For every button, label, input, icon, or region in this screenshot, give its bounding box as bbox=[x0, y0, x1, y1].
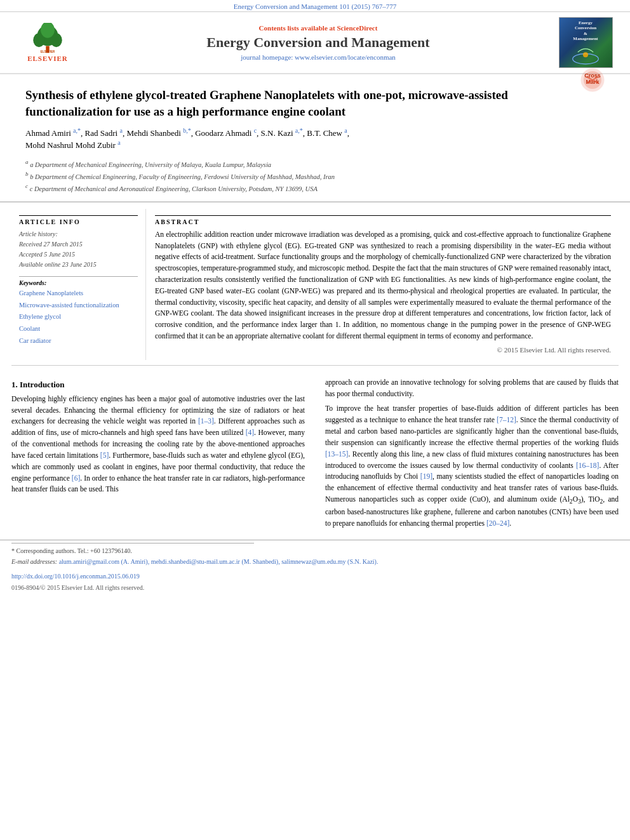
elsevier-logo: ELSEVIER ELSEVIER bbox=[27, 23, 68, 62]
introduction-text-right: approach can provide an innovative techn… bbox=[325, 377, 619, 530]
cover-graphic bbox=[563, 44, 608, 65]
crossmark-badge: Cross Mark bbox=[580, 68, 605, 95]
email-label: E-mail addresses: bbox=[11, 558, 57, 565]
email-addresses: alum.amiri@gmail.com (A. Amiri), mehdi.s… bbox=[59, 558, 379, 565]
keywords-heading: Keywords: bbox=[19, 276, 138, 286]
section-divider bbox=[11, 365, 619, 366]
body-right-column: approach can provide an innovative techn… bbox=[321, 377, 619, 533]
abstract-text: An electrophilic addition reaction under… bbox=[155, 229, 611, 342]
journal-cover-area: EnergyConversion&Management bbox=[554, 17, 617, 68]
publisher-logo-area: ELSEVIER ELSEVIER bbox=[13, 17, 83, 68]
bottom-copyright: 0196-8904/© 2015 Elsevier Ltd. All right… bbox=[0, 583, 630, 597]
introduction-heading: 1. Introduction bbox=[11, 380, 305, 390]
article-info-heading: ARTICLE INFO bbox=[19, 215, 138, 225]
article-info-abstract-section: ARTICLE INFO Article history: Received 2… bbox=[0, 202, 630, 360]
affiliations: a a Department of Mechanical Engineering… bbox=[25, 158, 605, 194]
crossmark-icon: Cross Mark bbox=[580, 68, 605, 92]
body-left-column: 1. Introduction Developing highly effici… bbox=[11, 377, 309, 533]
footnotes-area: * Corresponding authors. Tel.: +60 12379… bbox=[0, 540, 630, 570]
article-title-section: Synthesis of ethylene glycol-treated Gra… bbox=[0, 74, 630, 202]
svg-point-7 bbox=[583, 52, 588, 57]
keyword-4: Coolant bbox=[19, 323, 138, 335]
journal-citation: Energy Conversion and Management 101 (20… bbox=[234, 3, 396, 10]
keyword-2: Microwave-assisted functionalization bbox=[19, 300, 138, 312]
journal-header-center: Contents lists available at ScienceDirec… bbox=[89, 17, 547, 68]
received-date: Received 27 March 2015 bbox=[19, 239, 138, 250]
doi-link[interactable]: http://dx.doi.org/10.1016/j.enconman.201… bbox=[11, 573, 619, 580]
keyword-1: Graphene Nanoplatelets bbox=[19, 288, 138, 300]
keywords-list: Graphene Nanoplatelets Microwave-assiste… bbox=[19, 288, 138, 347]
sciencedirect-link: Contents lists available at ScienceDirec… bbox=[259, 24, 378, 32]
email-note: E-mail addresses: alum.amiri@gmail.com (… bbox=[11, 557, 619, 566]
bottom-links: http://dx.doi.org/10.1016/j.enconman.201… bbox=[0, 570, 630, 583]
abstract-heading: ABSTRACT bbox=[155, 215, 611, 225]
article-info-column: ARTICLE INFO Article history: Received 2… bbox=[6, 209, 146, 360]
affiliation-b: b b Department of Chemical Engineering, … bbox=[25, 170, 605, 182]
available-date: Available online 23 June 2015 bbox=[19, 260, 138, 270]
elsevier-tree-icon: ELSEVIER bbox=[29, 23, 67, 55]
svg-text:Cross: Cross bbox=[584, 72, 601, 79]
article-title: Synthesis of ethylene glycol-treated Gra… bbox=[25, 87, 574, 119]
journal-cover-image: EnergyConversion&Management bbox=[559, 17, 613, 68]
abstract-copyright: © 2015 Elsevier Ltd. All rights reserved… bbox=[155, 346, 611, 354]
journal-top-bar: Energy Conversion and Management 101 (20… bbox=[0, 0, 630, 12]
article-history: Article history: Received 27 March 2015 … bbox=[19, 229, 138, 270]
affiliation-a: a a Department of Mechanical Engineering… bbox=[25, 158, 605, 170]
abstract-column: ABSTRACT An electrophilic addition react… bbox=[146, 209, 624, 360]
elsevier-text: ELSEVIER bbox=[27, 55, 68, 62]
keyword-3: Ethylene glycol bbox=[19, 311, 138, 323]
main-body: 1. Introduction Developing highly effici… bbox=[0, 371, 630, 540]
introduction-text-left: Developing highly efficiency engines has… bbox=[11, 394, 305, 495]
sciencedirect-name: ScienceDirect bbox=[337, 24, 377, 32]
svg-text:ELSEVIER: ELSEVIER bbox=[41, 50, 55, 53]
journal-header: ELSEVIER ELSEVIER Contents lists availab… bbox=[0, 12, 630, 74]
accepted-date: Accepted 5 June 2015 bbox=[19, 250, 138, 260]
article-authors: Ahmad Amiri a,*, Rad Sadri a, Mehdi Shan… bbox=[25, 127, 574, 150]
history-heading-label: Article history: bbox=[19, 229, 138, 239]
keyword-5: Car radiator bbox=[19, 335, 138, 347]
corresponding-note: * Corresponding authors. Tel.: +60 12379… bbox=[11, 546, 619, 556]
affiliation-c: c c Department of Mechanical and Aeronau… bbox=[25, 182, 605, 194]
cover-title: EnergyConversion&Management bbox=[573, 20, 598, 42]
journal-homepage: journal homepage: www.elsevier.com/locat… bbox=[241, 53, 396, 61]
journal-title-header: Energy Conversion and Management bbox=[206, 34, 429, 51]
